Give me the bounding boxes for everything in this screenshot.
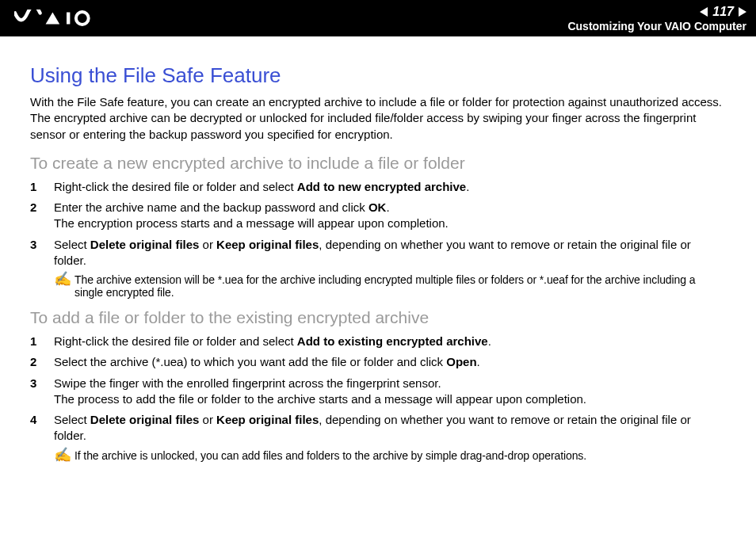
lead-paragraph: With the File Safe feature, you can crea… bbox=[30, 94, 726, 143]
note-icon: ✍ bbox=[54, 272, 71, 286]
step-item: 1 Right-click the desired file or folder… bbox=[30, 179, 726, 195]
step-number: 3 bbox=[30, 376, 54, 408]
step-text: Select Delete original files or Keep ori… bbox=[54, 237, 726, 269]
step-item: 3 Select Delete original files or Keep o… bbox=[30, 237, 726, 269]
step-item: 2 Enter the archive name and the backup … bbox=[30, 200, 726, 232]
svg-rect-0 bbox=[67, 13, 70, 25]
section1-note: ✍ The archive extension will be *.uea fo… bbox=[54, 273, 726, 299]
section2-note: ✍ If the archive is unlocked, you can ad… bbox=[54, 449, 726, 462]
prev-page-icon[interactable] bbox=[700, 7, 708, 17]
header-bar: 117 Customizing Your VAIO Computer bbox=[0, 0, 756, 36]
step-text: Swipe the finger with the enrolled finge… bbox=[54, 376, 726, 408]
step-text: Enter the archive name and the backup pa… bbox=[54, 200, 726, 232]
section1-heading: To create a new encrypted archive to inc… bbox=[30, 154, 726, 173]
page: 117 Customizing Your VAIO Computer Using… bbox=[0, 0, 756, 487]
step-text: Select the archive (*.uea) to which you … bbox=[54, 354, 726, 370]
note-text: The archive extension will be *.uea for … bbox=[74, 273, 726, 299]
note-icon: ✍ bbox=[54, 448, 71, 462]
step-number: 1 bbox=[30, 179, 54, 195]
section2-steps: 1 Right-click the desired file or folder… bbox=[30, 334, 726, 444]
step-item: 1 Right-click the desired file or folder… bbox=[30, 334, 726, 349]
vaio-logo bbox=[14, 10, 105, 27]
header-right: 117 Customizing Your VAIO Computer bbox=[567, 0, 746, 36]
step-text: Right-click the desired file or folder a… bbox=[54, 179, 726, 195]
step-text: Select Delete original files or Keep ori… bbox=[54, 412, 726, 444]
breadcrumb: Customizing Your VAIO Computer bbox=[567, 20, 746, 32]
step-item: 2 Select the archive (*.uea) to which yo… bbox=[30, 354, 726, 370]
step-text: Right-click the desired file or folder a… bbox=[54, 334, 726, 349]
section1-steps: 1 Right-click the desired file or folder… bbox=[30, 179, 726, 269]
content: Using the File Safe Feature With the Fil… bbox=[0, 36, 756, 487]
step-item: 3 Swipe the finger with the enrolled fin… bbox=[30, 376, 726, 408]
page-title: Using the File Safe Feature bbox=[30, 63, 726, 88]
step-number: 3 bbox=[30, 237, 54, 269]
step-number: 4 bbox=[30, 412, 54, 444]
section2-heading: To add a file or folder to the existing … bbox=[30, 308, 726, 327]
page-nav: 117 bbox=[700, 5, 746, 19]
step-number: 2 bbox=[30, 354, 54, 370]
vaio-logo-svg bbox=[14, 10, 105, 27]
next-page-icon[interactable] bbox=[739, 7, 746, 17]
page-number: 117 bbox=[712, 5, 734, 19]
step-number: 2 bbox=[30, 200, 54, 232]
step-item: 4 Select Delete original files or Keep o… bbox=[30, 412, 726, 444]
svg-point-1 bbox=[76, 12, 89, 25]
note-text: If the archive is unlocked, you can add … bbox=[74, 449, 586, 462]
step-number: 1 bbox=[30, 334, 54, 349]
